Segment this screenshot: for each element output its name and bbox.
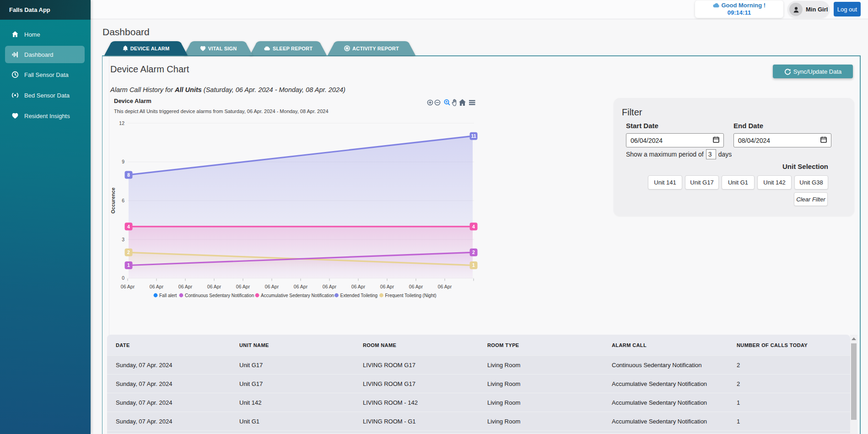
svg-text:06 Apr: 06 Apr xyxy=(294,284,308,289)
svg-text:1: 1 xyxy=(472,262,475,268)
svg-text:8: 8 xyxy=(127,172,130,178)
svg-text:06 Apr: 06 Apr xyxy=(351,284,366,289)
svg-text:06 Apr: 06 Apr xyxy=(207,284,221,289)
svg-text:06 Apr: 06 Apr xyxy=(178,284,193,289)
svg-text:9: 9 xyxy=(122,159,124,164)
svg-text:4: 4 xyxy=(127,224,130,229)
svg-text:4: 4 xyxy=(472,224,475,229)
svg-text:06 Apr: 06 Apr xyxy=(380,284,394,289)
svg-text:Fall alert: Fall alert xyxy=(159,293,177,298)
svg-text:11: 11 xyxy=(471,133,476,139)
svg-text:Continuous Sedentary Notificat: Continuous Sedentary Notification xyxy=(185,293,254,298)
svg-text:06 Apr: 06 Apr xyxy=(150,284,164,289)
svg-text:Extended Toileting: Extended Toileting xyxy=(340,293,378,298)
svg-text:06 Apr: 06 Apr xyxy=(265,284,279,289)
svg-text:3: 3 xyxy=(122,237,124,242)
svg-text:06 Apr: 06 Apr xyxy=(121,284,135,289)
svg-text:1: 1 xyxy=(127,262,130,268)
svg-text:0: 0 xyxy=(122,275,124,281)
svg-text:12: 12 xyxy=(119,120,124,126)
svg-text:06 Apr: 06 Apr xyxy=(323,284,337,289)
svg-text:06 Apr: 06 Apr xyxy=(438,284,452,289)
svg-text:2: 2 xyxy=(472,250,475,255)
svg-text:Accumulative Sedentary Notific: Accumulative Sedentary Notification xyxy=(261,293,334,298)
svg-text:Occurence: Occurence xyxy=(110,188,116,214)
svg-text:06 Apr: 06 Apr xyxy=(236,284,250,289)
svg-text:2: 2 xyxy=(127,250,130,255)
svg-text:Frequent Toileting (Night): Frequent Toileting (Night) xyxy=(385,293,437,298)
svg-text:06 Apr: 06 Apr xyxy=(409,284,423,289)
svg-text:6: 6 xyxy=(122,198,124,203)
